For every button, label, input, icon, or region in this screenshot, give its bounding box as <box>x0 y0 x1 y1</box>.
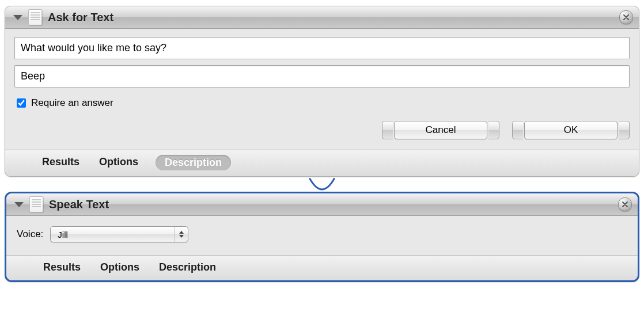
workflow-connector <box>3 179 641 189</box>
panel-footer-tabs: Results Options Description <box>6 255 638 280</box>
panel-title: Ask for Text <box>48 11 619 24</box>
voice-row: Voice: Jill <box>16 224 628 250</box>
panel-header[interactable]: Speak Text <box>6 193 638 216</box>
ask-for-text-panel: Ask for Text Require an answer Cancel OK… <box>5 6 639 177</box>
document-icon <box>28 9 42 25</box>
disclosure-triangle-icon[interactable] <box>14 202 24 207</box>
panel-body: Voice: Jill <box>6 216 638 255</box>
button-side-handle[interactable] <box>488 121 499 139</box>
select-stepper-icon <box>175 227 188 242</box>
button-side-handle[interactable] <box>382 121 393 139</box>
cancel-button[interactable]: Cancel <box>394 121 487 139</box>
cancel-button-group: Cancel <box>382 121 499 139</box>
default-answer-input[interactable] <box>14 65 630 87</box>
require-answer-row[interactable]: Require an answer <box>14 97 630 109</box>
panel-body: Require an answer Cancel OK <box>5 29 639 150</box>
tab-results[interactable]: Results <box>40 155 82 170</box>
speak-text-panel: Speak Text Voice: Jill Results Options D… <box>5 192 639 282</box>
connector-notch-icon <box>309 178 335 191</box>
panel-header[interactable]: Ask for Text <box>5 6 639 29</box>
tab-options[interactable]: Options <box>97 155 141 170</box>
voice-select[interactable]: Jill <box>50 226 188 242</box>
button-side-handle[interactable] <box>619 121 630 139</box>
panel-footer-tabs: Results Options Description <box>5 150 639 176</box>
require-answer-label: Require an answer <box>31 97 113 109</box>
close-icon[interactable] <box>618 197 632 211</box>
tab-options[interactable]: Options <box>98 260 142 275</box>
disclosure-triangle-icon[interactable] <box>13 15 22 20</box>
require-answer-checkbox[interactable] <box>17 98 26 108</box>
dialog-button-row: Cancel OK <box>14 120 630 145</box>
ok-button-group: OK <box>512 121 630 139</box>
document-icon <box>29 196 43 212</box>
tab-results[interactable]: Results <box>41 260 83 275</box>
button-side-handle[interactable] <box>512 121 523 139</box>
tab-description[interactable]: Description <box>156 155 231 170</box>
panel-title: Speak Text <box>49 198 618 211</box>
voice-label: Voice: <box>17 229 43 240</box>
tab-description[interactable]: Description <box>157 260 218 275</box>
close-icon[interactable] <box>619 10 633 24</box>
ok-button[interactable]: OK <box>524 121 618 139</box>
prompt-input[interactable] <box>14 37 630 59</box>
voice-select-value: Jill <box>58 230 68 239</box>
